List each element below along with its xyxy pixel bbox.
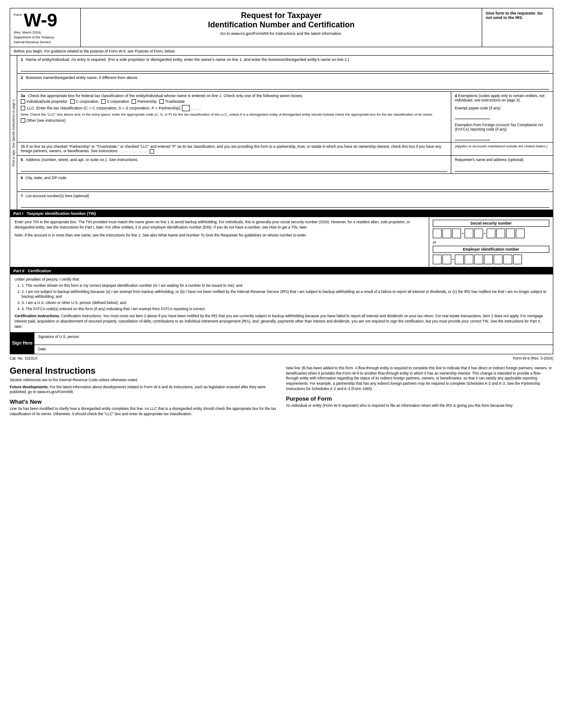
cb-individual[interactable]: Individual/sole proprietor	[21, 99, 68, 104]
general-instructions: General Instructions Section references …	[10, 366, 553, 419]
cb-individual-label: Individual/sole proprietor	[26, 99, 68, 104]
cb-trust[interactable]: Trust/estate	[159, 99, 185, 104]
line5-input[interactable]	[21, 164, 447, 172]
cb-partnership[interactable]: Partnership	[132, 99, 156, 104]
header-right: Give form to the requester. Do not send …	[482, 8, 553, 47]
purpose-text: An individual or entity (Form W-9 reques…	[286, 403, 554, 409]
cb-s-corp-label: S corporation	[107, 99, 129, 104]
row3-combined: 3a Check the appropriate box for federal…	[17, 92, 553, 143]
before-begin-text: Before you begin. For guidance related t…	[14, 49, 175, 53]
cb-llc-label: LLC. Enter the tax classification (C = C…	[27, 106, 180, 110]
cb-trust-label: Trust/estate	[165, 99, 185, 104]
exempt-payee-input[interactable]	[455, 111, 490, 119]
line1-input[interactable]	[21, 64, 549, 71]
line7-row: 7 List account number(s) here (optional)	[17, 192, 553, 210]
cert-item-3: 3. I am a U.S. citizen or other U.S. per…	[22, 300, 548, 305]
gi-title: General Instructions	[10, 366, 277, 376]
ein-box-8[interactable]	[503, 255, 512, 264]
dept: Department of the Treasury	[14, 35, 77, 39]
cb-s-corp[interactable]: S corporation	[101, 99, 129, 104]
cb-llc-box[interactable]	[21, 106, 25, 110]
ssn-box-9[interactable]	[516, 229, 525, 238]
line1-row: 1 Name of entity/individual. An entry is…	[17, 56, 553, 74]
cb-3b-box[interactable]	[150, 149, 154, 154]
title-line2: Identification Number and Certification	[85, 20, 477, 30]
purpose-text-p: An individual or entity (Form W-9 reques…	[286, 403, 554, 409]
ssn-box-1[interactable]	[433, 229, 442, 238]
line6-input[interactable]	[21, 182, 549, 190]
date-field[interactable]: Date	[34, 345, 553, 354]
cert-item-4: 4. The FATCA code(s) entered on this for…	[22, 307, 548, 311]
row4-section: 4 Exemptions (codes apply only to certai…	[451, 92, 553, 142]
cb-partnership-box[interactable]	[132, 99, 136, 104]
line1-number: 1	[21, 57, 23, 62]
part2-title: Certification	[28, 269, 51, 273]
row3b-right: (Applies to accounts maintained outside …	[451, 143, 553, 155]
right-col-text: New line 3b has been added to this form.…	[286, 366, 554, 392]
cert-item-1: 1. The number shown on this form is my c…	[22, 283, 548, 288]
main-content: 1 Name of entity/individual. An entry is…	[17, 56, 553, 210]
cb-c-corp[interactable]: C corporation	[70, 99, 98, 104]
line3a-number: 3a	[21, 94, 25, 98]
cb-trust-box[interactable]	[159, 99, 164, 104]
gi-right: New line 3b has been added to this form.…	[286, 366, 554, 419]
ssn-box-7[interactable]	[496, 229, 505, 238]
ein-box-1[interactable]	[433, 255, 442, 264]
cb-other-box[interactable]	[21, 118, 25, 123]
llc-entry-box[interactable]	[182, 105, 190, 111]
ssn-label: Social security number	[433, 220, 549, 227]
tin-note: Note: If the account is in more than one…	[15, 233, 424, 238]
cb-c-corp-box[interactable]	[70, 99, 75, 104]
ssn-box-6[interactable]	[487, 229, 495, 238]
ssn-box-2[interactable]	[442, 229, 451, 238]
line2-input[interactable]	[21, 82, 549, 90]
ein-box-3[interactable]	[455, 255, 464, 264]
tax-class-checkboxes: Individual/sole proprietor C corporation…	[21, 99, 447, 104]
row3b-combined: 3b If on line 3a you checked "Partnershi…	[17, 143, 553, 156]
ein-box-2[interactable]	[442, 255, 451, 264]
ein-box-7[interactable]	[494, 255, 503, 264]
rev-date: (Rev. March 2024)	[14, 30, 77, 34]
ein-box-5[interactable]	[474, 255, 483, 264]
form-text: Form	[14, 13, 22, 17]
cert-list: 1. The number shown on this form is my c…	[22, 283, 548, 311]
llc-dots: . . . . .	[192, 106, 202, 110]
ssn-box-4[interactable]	[465, 229, 473, 238]
whats-new-text: Line 3a has been modified to clarify how…	[10, 406, 277, 417]
requester-input[interactable]	[455, 164, 549, 172]
side-label: Print or type. See Specific Instructions…	[10, 56, 17, 210]
requester-label: Requester's name and address (optional)	[455, 158, 524, 162]
line7-desc: List account number(s) here (optional)	[26, 194, 89, 198]
line4-desc: Exemptions (codes apply only to certain …	[455, 94, 544, 102]
ein-dash: -	[452, 256, 454, 263]
tin-right: Social security number - - or Employer i…	[429, 217, 553, 267]
under-penalties: Under penalties of perjury, I certify th…	[15, 277, 548, 281]
row3a-section: 3a Check the appropriate box for federal…	[17, 92, 451, 142]
sign-here-text: Sign Here	[12, 341, 33, 345]
line3b-text: 3b If on line 3a you checked "Partnershi…	[21, 144, 441, 153]
ssn-box-8[interactable]	[506, 229, 515, 238]
line7-input[interactable]	[21, 200, 549, 208]
ein-box-6[interactable]	[484, 255, 493, 264]
cb-other[interactable]: Other (see instructions)	[21, 118, 447, 123]
form-footer: Cat. No. 10231X Form W-9 (Rev. 3-2024)	[10, 354, 553, 362]
before-begin: Before you begin. For guidance related t…	[10, 47, 553, 56]
fatca-input[interactable]	[455, 132, 490, 140]
exempt-payee-label: Exempt payee code (if any)	[455, 106, 500, 110]
line6-number: 6	[21, 176, 23, 180]
part1-header: Part I Taxpayer Identification Number (T…	[10, 210, 553, 217]
line3a-desc: Check the appropriate box for federal ta…	[28, 94, 303, 98]
cb-s-corp-box[interactable]	[101, 99, 106, 104]
ein-box-4[interactable]	[465, 255, 473, 264]
signature-field[interactable]: Signature of U.S. person	[34, 333, 553, 345]
row5-section: 5 Address (number, street, and apt. or s…	[17, 156, 451, 173]
ssn-box-5[interactable]	[474, 229, 483, 238]
line4-label: 4	[455, 94, 457, 98]
cat-no: Cat. No. 10231X	[10, 356, 38, 360]
ein-box-9[interactable]	[513, 255, 522, 264]
line5-number: 5	[21, 158, 23, 162]
cb-individual-box[interactable]	[21, 99, 25, 104]
form-header: Form W-9 (Rev. March 2024) Department of…	[10, 8, 553, 47]
purpose-title: Purpose of Form	[286, 395, 554, 402]
ssn-box-3[interactable]	[452, 229, 461, 238]
